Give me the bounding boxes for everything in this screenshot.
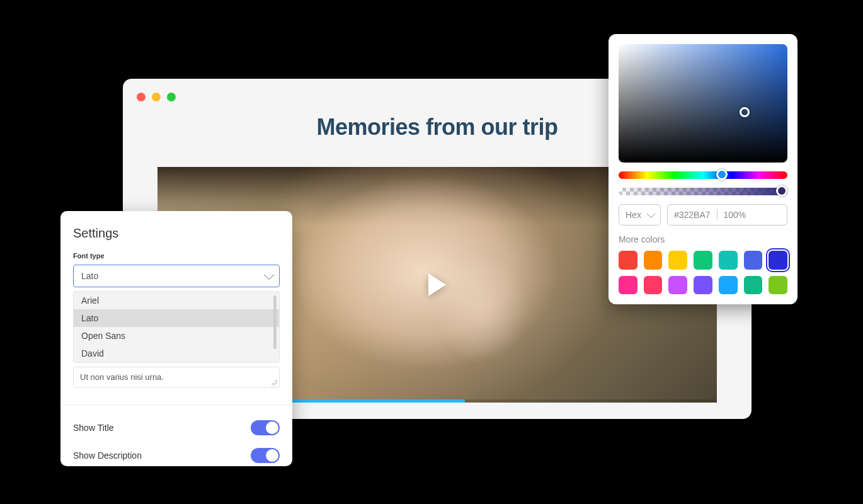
opacity-value: 100% [724, 210, 746, 220]
play-icon[interactable] [428, 273, 446, 296]
color-swatch[interactable] [644, 276, 663, 295]
font-type-dropdown: Ariel Lato Open Sans David [73, 291, 280, 363]
traffic-lights [137, 93, 176, 101]
hex-value: #322BA7 [674, 210, 711, 220]
color-swatch[interactable] [744, 276, 763, 295]
show-title-toggle[interactable] [251, 420, 280, 435]
show-description-toggle[interactable] [251, 448, 280, 463]
font-option-lato[interactable]: Lato [74, 309, 279, 327]
color-swatch[interactable] [719, 276, 738, 295]
color-swatch[interactable] [719, 251, 738, 270]
color-swatch[interactable] [744, 251, 763, 270]
color-swatch[interactable] [769, 251, 787, 270]
sl-handle[interactable] [740, 107, 750, 117]
hue-slider[interactable] [619, 171, 787, 179]
color-swatch[interactable] [668, 251, 687, 270]
chevron-down-icon [264, 269, 275, 280]
hue-handle[interactable] [716, 169, 728, 180]
show-description-row: Show Description [73, 442, 280, 469]
color-format-label: Hex [626, 210, 641, 220]
font-type-select[interactable]: Lato [73, 265, 280, 287]
close-window-button[interactable] [137, 93, 146, 101]
minimize-window-button[interactable] [152, 93, 161, 101]
settings-panel: Settings Font type Lato Ariel Lato Open … [60, 211, 292, 466]
color-swatch[interactable] [619, 276, 637, 295]
alpha-handle[interactable] [776, 185, 787, 197]
saturation-lightness-area[interactable] [619, 44, 787, 163]
font-option-david[interactable]: David [74, 345, 279, 362]
color-swatch[interactable] [619, 251, 637, 270]
color-format-select[interactable]: Hex [619, 204, 661, 226]
hex-input[interactable]: #322BA7 100% [667, 204, 787, 226]
font-type-label: Font type [73, 252, 280, 260]
font-type-selected: Lato [81, 271, 98, 281]
show-title-label: Show Title [73, 423, 114, 433]
color-swatches [619, 251, 787, 294]
color-swatch[interactable] [769, 276, 787, 295]
separator [717, 209, 717, 220]
chevron-down-icon [647, 210, 656, 219]
show-title-row: Show Title [73, 414, 280, 442]
settings-heading: Settings [73, 226, 280, 241]
description-textarea[interactable]: Ut non varius nisi urna. [73, 367, 280, 388]
more-colors-label: More colors [619, 234, 787, 244]
font-option-ariel[interactable]: Ariel [74, 292, 279, 309]
color-swatch[interactable] [668, 276, 687, 295]
maximize-window-button[interactable] [167, 93, 176, 101]
show-description-label: Show Description [73, 450, 142, 461]
color-swatch[interactable] [694, 251, 712, 270]
color-picker: Hex #322BA7 100% More colors [609, 34, 797, 304]
color-swatch[interactable] [694, 276, 712, 295]
divider [60, 404, 292, 405]
dropdown-scrollbar[interactable] [273, 295, 277, 349]
alpha-slider[interactable] [619, 188, 787, 195]
color-swatch[interactable] [644, 251, 663, 270]
font-option-open-sans[interactable]: Open Sans [74, 327, 279, 345]
